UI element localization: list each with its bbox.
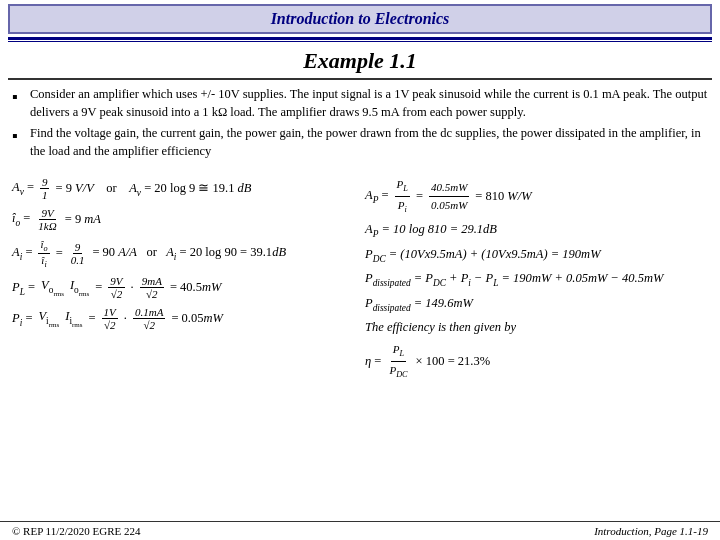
fraction-io: 9V 1kΩ xyxy=(36,207,58,232)
fraction-pl1: 9V √2 xyxy=(108,275,124,300)
math-line-pdc: PDC = (10Vx9.5mA) + (10Vx9.5mA) = 190mW xyxy=(365,245,708,266)
content-area: ▪ Consider an amplifier which uses +/- 1… xyxy=(0,86,720,517)
page-wrapper: Introduction to Electronics Example 1.1 … xyxy=(0,0,720,540)
fraction-pl2: 9mA √2 xyxy=(140,275,164,300)
math-text: = 0.05mW xyxy=(171,311,223,326)
fraction-eta: PL PDC xyxy=(387,341,409,381)
math-eq-io: îo = 9V 1kΩ = 9 mA xyxy=(12,207,355,232)
fraction-ap: PL Pi xyxy=(395,176,410,216)
page-title: Introduction to Electronics xyxy=(271,10,450,27)
math-text: PL = xyxy=(12,280,35,297)
math-eq-av: Av = 9 1 = 9 V/V or Av = 20 log 9 ≅ 19.1… xyxy=(12,176,355,201)
title-bar: Introduction to Electronics xyxy=(8,4,712,34)
math-text: = 90 A/A or Ai = 20 log 90 = 39.1dB xyxy=(92,245,286,262)
list-item: ▪ Find the voltage gain, the current gai… xyxy=(12,125,708,160)
fraction-ai2: 9 0.1 xyxy=(69,241,87,266)
math-right-column: AP = PL Pi = 40.5mW 0.05mW = 810 W/W AP … xyxy=(365,176,708,517)
math-text: · xyxy=(124,311,127,326)
math-text: Iorms xyxy=(70,278,89,297)
bullet-text-2: Find the voltage gain, the current gain,… xyxy=(30,125,708,160)
bullet-list: ▪ Consider an amplifier which uses +/- 1… xyxy=(12,86,708,164)
math-eq-eta: η = PL PDC × 100 = 21.3% xyxy=(365,341,708,381)
fraction-av: 9 1 xyxy=(40,176,50,201)
math-text: · xyxy=(131,280,134,295)
footer: © REP 11/2/2020 EGRE 224 Introduction, P… xyxy=(0,521,720,540)
math-text: Ai = xyxy=(12,245,32,262)
math-line-pdiss2: Pdissipated = 149.6mW xyxy=(365,294,708,315)
math-area: Av = 9 1 = 9 V/V or Av = 20 log 9 ≅ 19.1… xyxy=(12,176,708,517)
math-line-efficiency-text: The efficiency is then given by xyxy=(365,318,708,337)
math-eq-ap: AP = PL Pi = 40.5mW 0.05mW = 810 W/W xyxy=(365,176,708,216)
list-item: ▪ Consider an amplifier which uses +/- 1… xyxy=(12,86,708,121)
top-rule xyxy=(8,37,712,40)
math-text: × 100 = 21.3% xyxy=(416,352,491,371)
fraction-pi2: 0.1mA √2 xyxy=(133,306,165,331)
math-line-pdiss1: Pdissipated = PDC + Pi − PL = 190mW + 0.… xyxy=(365,269,708,290)
bullet-marker-1: ▪ xyxy=(12,86,30,106)
fraction-ap2: 40.5mW 0.05mW xyxy=(429,179,469,213)
math-left-column: Av = 9 1 = 9 V/V or Av = 20 log 9 ≅ 19.1… xyxy=(12,176,355,517)
bullet-text-1: Consider an amplifier which uses +/- 10V… xyxy=(30,86,708,121)
math-text: = xyxy=(416,187,423,206)
math-text: = xyxy=(56,246,63,261)
math-eq-ai: Ai = îo îi = 9 0.1 = 90 A/A or Ai = 20 l… xyxy=(12,238,355,269)
math-eq-pl: PL = Vorms Iorms = 9V √2 · 9mA √2 = 40.5… xyxy=(12,275,355,300)
math-text: = 810 W/W xyxy=(475,187,531,206)
math-text: = 9 V/V or Av = 20 log 9 ≅ 19.1 dB xyxy=(55,180,251,198)
math-line-ap-db: AP = 10 log 810 = 29.1dB xyxy=(365,220,708,241)
fraction-ai: îo îi xyxy=(38,238,49,269)
math-text: = 9 mA xyxy=(65,212,101,227)
fraction-pi1: 1V √2 xyxy=(102,306,118,331)
footer-page-info: Introduction, Page 1.1-19 xyxy=(594,525,708,537)
math-text: Av = xyxy=(12,180,34,197)
math-text: = xyxy=(95,280,102,295)
math-text: = xyxy=(89,311,96,326)
bullet-marker-2: ▪ xyxy=(12,125,30,145)
math-text: = 40.5mW xyxy=(170,280,222,295)
footer-copyright: © REP 11/2/2020 EGRE 224 xyxy=(12,525,141,537)
example-divider xyxy=(8,78,712,80)
math-text: AP = xyxy=(365,186,389,207)
math-text: η = xyxy=(365,352,381,371)
example-title: Example 1.1 xyxy=(0,42,720,78)
math-text: Vorms xyxy=(41,278,64,297)
math-eq-pi: Pi = Virms Iirms = 1V √2 · 0.1mA √2 = 0.… xyxy=(12,306,355,331)
math-text: îo = xyxy=(12,211,30,228)
math-text: Pi = xyxy=(12,311,32,328)
math-text: Virms xyxy=(38,309,59,328)
math-text: Iirms xyxy=(65,309,82,328)
